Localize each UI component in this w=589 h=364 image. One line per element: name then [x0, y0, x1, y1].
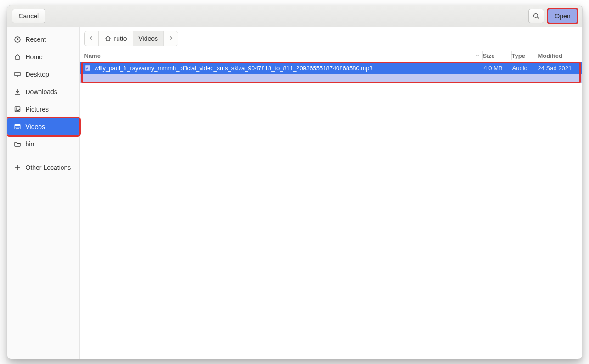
open-button-label: Open [555, 12, 570, 20]
sidebar-item-pictures[interactable]: Pictures [7, 101, 79, 118]
folder-icon [14, 140, 21, 148]
chevron-right-icon [168, 35, 174, 42]
sidebar-item-downloads[interactable]: Downloads [7, 83, 79, 101]
sidebar-item-label: bin [26, 140, 34, 148]
home-icon [14, 53, 21, 61]
pathbar: rutto Videos [84, 31, 179, 46]
plus-icon [14, 164, 21, 171]
main-pane: rutto Videos Name [80, 27, 582, 359]
sidebar-item-label: Videos [26, 123, 45, 130]
search-button[interactable] [528, 9, 544, 23]
file-list: willy_paul_ft_rayvanny_mmmh_official_vid… [80, 62, 582, 83]
sort-indicator-icon [475, 52, 480, 59]
path-segment-label: Videos [139, 35, 158, 42]
svg-rect-3 [15, 72, 20, 76]
file-list-alt-row [80, 74, 582, 83]
clock-icon [14, 36, 21, 43]
column-header-label: Modified [538, 52, 562, 59]
column-header-label: Name [84, 52, 101, 59]
sidebar-separator [7, 156, 79, 156]
open-button[interactable]: Open [548, 9, 577, 23]
home-icon [104, 35, 112, 42]
column-header-label: Size [483, 52, 495, 59]
path-back-button[interactable] [85, 31, 99, 46]
file-chooser-dialog: Cancel Open Recent [7, 5, 583, 359]
file-list-header: Name Size Type Modified [80, 50, 582, 62]
sidebar-item-home[interactable]: Home [7, 48, 79, 66]
path-segment-home[interactable]: rutto [99, 31, 133, 46]
file-modified: 24 Sad 2021 [538, 65, 582, 72]
pathbar-row: rutto Videos [80, 27, 582, 50]
svg-point-5 [16, 108, 17, 109]
file-type: Audio [512, 65, 538, 72]
sidebar-item-label: Home [26, 53, 43, 61]
audio-file-icon [84, 65, 91, 71]
column-header-name[interactable]: Name [80, 52, 482, 59]
sidebar-item-label: Recent [26, 36, 46, 43]
sidebar-item-bin[interactable]: bin [7, 135, 79, 153]
path-segment-videos[interactable]: Videos [133, 31, 164, 46]
file-name: willy_paul_ft_rayvanny_mmmh_official_vid… [95, 65, 373, 72]
svg-point-0 [534, 13, 538, 17]
cancel-button-label: Cancel [19, 12, 39, 20]
download-icon [14, 88, 21, 95]
desktop-icon [14, 71, 21, 78]
sidebar-item-label: Desktop [26, 71, 49, 78]
path-segment-label: rutto [114, 35, 127, 42]
file-row[interactable]: willy_paul_ft_rayvanny_mmmh_official_vid… [80, 62, 582, 74]
sidebar-item-label: Downloads [26, 88, 57, 95]
places-sidebar: Recent Home Desktop Downloads [7, 27, 80, 359]
sidebar-item-recent[interactable]: Recent [7, 31, 79, 48]
path-forward-button[interactable] [164, 31, 178, 46]
svg-line-1 [537, 17, 539, 19]
sidebar-item-other-locations[interactable]: Other Locations [7, 159, 79, 176]
column-header-type[interactable]: Type [512, 52, 538, 59]
file-size: 4.0 MB [484, 65, 512, 72]
column-header-size[interactable]: Size [483, 52, 511, 59]
video-icon [14, 123, 21, 130]
headerbar: Cancel Open [7, 5, 582, 27]
column-header-modified[interactable]: Modified [538, 52, 582, 59]
picture-icon [14, 106, 21, 113]
sidebar-item-videos[interactable]: Videos [7, 118, 79, 135]
sidebar-item-desktop[interactable]: Desktop [7, 66, 79, 83]
sidebar-item-label: Pictures [26, 106, 49, 113]
sidebar-item-label: Other Locations [26, 164, 71, 171]
cancel-button[interactable]: Cancel [12, 9, 46, 23]
chevron-left-icon [89, 35, 94, 42]
column-header-label: Type [512, 52, 525, 59]
search-icon [533, 12, 540, 20]
